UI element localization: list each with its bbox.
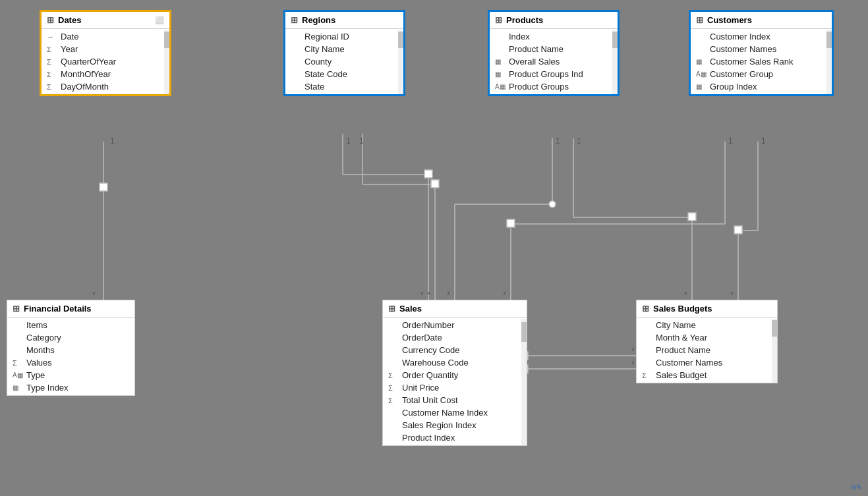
regions-table-title: Regions — [302, 15, 335, 25]
svg-text:*: * — [420, 290, 424, 300]
dates-table-header: ⊞ Dates ⬜ — [42, 12, 169, 29]
svg-rect-37 — [734, 226, 742, 234]
field-type-index: ▦ Type Index — [7, 381, 134, 394]
field-total-unit-cost: Σ Total Unit Cost — [383, 394, 527, 406]
field-product-groups: A▦ Product Groups — [490, 80, 618, 93]
svg-text:*: * — [503, 290, 506, 300]
svg-text:1: 1 — [577, 136, 581, 146]
field-dayofmonth: Σ DayOfMonth — [42, 80, 169, 93]
sales-budgets-table: ⊞ Sales Budgets City Name Month & Year P… — [636, 300, 778, 383]
field-regional-id: Regional ID — [285, 30, 403, 43]
sales-table-title: Sales — [399, 304, 422, 314]
svg-text:*: * — [92, 290, 96, 300]
field-order-date: OrderDate — [383, 331, 527, 344]
svg-point-19 — [549, 201, 556, 207]
field-date: ↔ Date — [42, 30, 169, 43]
field-customer-names: Customer Names — [691, 43, 832, 55]
products-table-title: Products — [506, 15, 543, 25]
sales-budgets-table-title: Sales Budgets — [653, 304, 712, 314]
field-product-index: Product Index — [383, 431, 527, 444]
regions-table-header: ⊞ Regions — [285, 12, 403, 29]
financial-details-table: ⊞ Financial Details Items Category Month… — [7, 300, 135, 396]
field-customer-sales-rank: ▦ Customer Sales Rank — [691, 55, 832, 68]
sales-table: ⊞ Sales OrderNumber OrderDate Currency C… — [382, 300, 527, 446]
dates-scroll-icon[interactable]: ⬜ — [155, 16, 164, 24]
financial-table-title: Financial Details — [24, 304, 92, 314]
financial-table-fields: Items Category Months Σ Values A▦ Type ▦… — [7, 317, 134, 395]
field-state-code: State Code — [285, 68, 403, 80]
financial-table-header: ⊞ Financial Details — [7, 300, 134, 317]
sales-budgets-table-fields: City Name Month & Year Product Name Cust… — [637, 317, 777, 383]
regions-table-fields: Regional ID City Name County State Code … — [285, 29, 403, 94]
svg-text:1: 1 — [110, 136, 115, 146]
svg-text:*: * — [730, 290, 734, 300]
field-sb-customer-names: Customer Names — [637, 356, 777, 369]
sales-budgets-table-icon: ⊞ — [642, 304, 649, 314]
svg-text:*: * — [631, 360, 635, 369]
svg-rect-1 — [100, 183, 107, 191]
field-city-name: City Name — [285, 43, 403, 55]
svg-text:1: 1 — [761, 136, 766, 146]
field-product-name: Product Name — [490, 43, 618, 55]
field-products-index: Index — [490, 30, 618, 43]
field-category: Category — [7, 331, 134, 344]
sales-table-header: ⊞ Sales — [383, 300, 527, 317]
svg-text:*: * — [427, 290, 430, 300]
field-year: Σ Year — [42, 43, 169, 55]
dates-table-title: Dates — [58, 15, 81, 25]
customers-table-icon: ⊞ — [696, 15, 703, 25]
dates-table-icon: ⊞ — [47, 15, 54, 25]
watermark: ⊞✎ — [851, 483, 861, 491]
field-order-number: OrderNumber — [383, 319, 527, 331]
field-items: Items — [7, 319, 134, 331]
svg-text:1: 1 — [556, 136, 560, 146]
sales-budgets-table-header: ⊞ Sales Budgets — [637, 300, 777, 317]
financial-table-icon: ⊞ — [13, 304, 20, 314]
field-unit-price: Σ Unit Price — [383, 381, 527, 394]
field-quarterofyear: Σ QuarterOfYear — [42, 55, 169, 68]
svg-rect-13 — [431, 180, 439, 188]
svg-text:*: * — [447, 290, 450, 300]
products-table-fields: Index Product Name ▦ Overall Sales ▦ Pro… — [490, 29, 618, 94]
products-table-header: ⊞ Products — [490, 12, 618, 29]
customers-table-fields: Customer Index Customer Names ▦ Customer… — [691, 29, 832, 94]
dates-table: ⊞ Dates ⬜ ↔ Date Σ Year Σ QuarterOfYear … — [40, 10, 171, 96]
products-table: ⊞ Products Index Product Name ▦ Overall … — [488, 10, 620, 96]
field-months: Months — [7, 344, 134, 356]
svg-text:1: 1 — [346, 136, 351, 146]
diagram-canvas: 1 * 1 * 1 * 1 * 1 * 1 — [0, 0, 868, 496]
field-customer-group: A▦ Customer Group — [691, 68, 832, 80]
products-table-icon: ⊞ — [495, 15, 502, 25]
field-sb-city-name: City Name — [637, 319, 777, 331]
svg-text:*: * — [631, 346, 635, 356]
field-sb-product-name: Product Name — [637, 344, 777, 356]
customers-table-title: Customers — [707, 15, 752, 25]
field-currency-code: Currency Code — [383, 344, 527, 356]
field-product-groups-ind: ▦ Product Groups Ind — [490, 68, 618, 80]
field-type: A▦ Type — [7, 369, 134, 381]
field-customer-index: Customer Index — [691, 30, 832, 43]
field-county: County — [285, 55, 403, 68]
sales-table-fields: OrderNumber OrderDate Currency Code Ware… — [383, 317, 527, 445]
field-order-quantity: Σ Order Quantity — [383, 369, 527, 381]
field-overall-sales: ▦ Overall Sales — [490, 55, 618, 68]
sales-table-icon: ⊞ — [388, 304, 395, 314]
svg-rect-31 — [507, 219, 515, 227]
field-sb-month-year: Month & Year — [637, 331, 777, 344]
svg-text:1: 1 — [728, 136, 733, 146]
field-sb-sales-budget: Σ Sales Budget — [637, 369, 777, 381]
regions-table: ⊞ Regions Regional ID City Name County S… — [283, 10, 405, 96]
dates-table-fields: ↔ Date Σ Year Σ QuarterOfYear Σ MonthOfY… — [42, 29, 169, 94]
svg-text:1: 1 — [359, 136, 364, 146]
field-warehouse-code: Warehouse Code — [383, 356, 527, 369]
customers-table-header: ⊞ Customers — [691, 12, 832, 29]
customers-table: ⊞ Customers Customer Index Customer Name… — [689, 10, 834, 96]
svg-text:*: * — [684, 290, 687, 300]
field-customer-name-index: Customer Name Index — [383, 406, 527, 419]
svg-rect-25 — [688, 213, 696, 221]
field-state: State — [285, 80, 403, 93]
field-sales-region-index: Sales Region Index — [383, 419, 527, 431]
field-group-index: ▦ Group Index — [691, 80, 832, 93]
svg-rect-7 — [424, 170, 432, 178]
regions-table-icon: ⊞ — [291, 15, 298, 25]
